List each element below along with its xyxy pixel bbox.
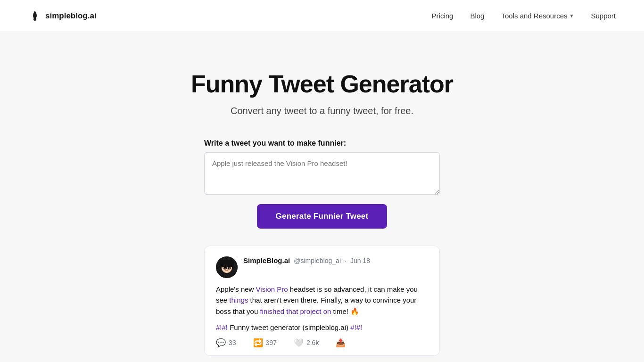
page-subtitle: Convert any tweet to a funny tweet, for … [231,106,413,116]
tweet-name-row: SimpleBlog.ai @simpleblog_ai · Jun 18 [243,256,370,264]
tweet-dot: · [345,257,347,264]
svg-rect-5 [221,264,233,267]
share-icon: 📤 [336,338,346,348]
nav-pricing[interactable]: Pricing [432,12,454,20]
tweet-comment-action[interactable]: 💬 33 [216,338,236,348]
form-section: Write a tweet you want to make funnier: … [204,139,440,229]
nav-support[interactable]: Support [591,12,616,20]
tweet-like-action[interactable]: 🤍 2.6k [294,338,319,348]
retweet-count: 397 [266,339,277,346]
tweet-hashtag-line: #!#! Funny tweet generator (simpleblog.a… [216,323,428,331]
svg-point-6 [224,267,226,269]
tweet-date: Jun 18 [350,257,370,264]
nav: Pricing Blog Tools and Resources ▼ Suppo… [432,12,616,20]
tweet-share-action[interactable]: 📤 [336,338,346,348]
comment-icon: 💬 [216,338,226,348]
page-title: Funny Tweet Generator [191,70,453,98]
avatar [216,256,238,278]
logo-icon [28,9,41,23]
tweet-handle: @simpleblog_ai [294,257,341,264]
generate-button[interactable]: Generate Funnier Tweet [257,204,388,229]
svg-point-0 [33,18,36,21]
retweet-icon: 🔁 [253,338,263,348]
header: simpleblog.ai Pricing Blog Tools and Res… [0,0,644,32]
like-count: 2.6k [306,339,319,346]
logo-text: simpleblog.ai [45,11,97,21]
tweet-input[interactable] [204,152,440,195]
comment-count: 33 [229,339,236,346]
nav-tools-resources[interactable]: Tools and Resources ▼ [501,12,574,20]
logo[interactable]: simpleblog.ai [28,9,97,23]
tweet-body: Apple's new Vision Pro headset is so adv… [216,284,428,317]
svg-point-7 [228,267,230,269]
tools-dropdown-arrow: ▼ [570,13,574,18]
tweet-display-name: SimpleBlog.ai [243,256,290,264]
tweet-header: SimpleBlog.ai @simpleblog_ai · Jun 18 [216,256,428,278]
like-icon: 🤍 [294,338,304,348]
tweet-retweet-action[interactable]: 🔁 397 [253,338,277,348]
main-content: Funny Tweet Generator Convert any tweet … [0,32,644,362]
tweet-actions: 💬 33 🔁 397 🤍 2.6k 📤 [216,338,428,348]
form-label: Write a tweet you want to make funnier: [204,139,346,148]
tweet-card: SimpleBlog.ai @simpleblog_ai · Jun 18 Ap… [204,246,440,356]
tweet-user-info: SimpleBlog.ai @simpleblog_ai · Jun 18 [243,256,370,264]
nav-blog[interactable]: Blog [470,12,484,20]
